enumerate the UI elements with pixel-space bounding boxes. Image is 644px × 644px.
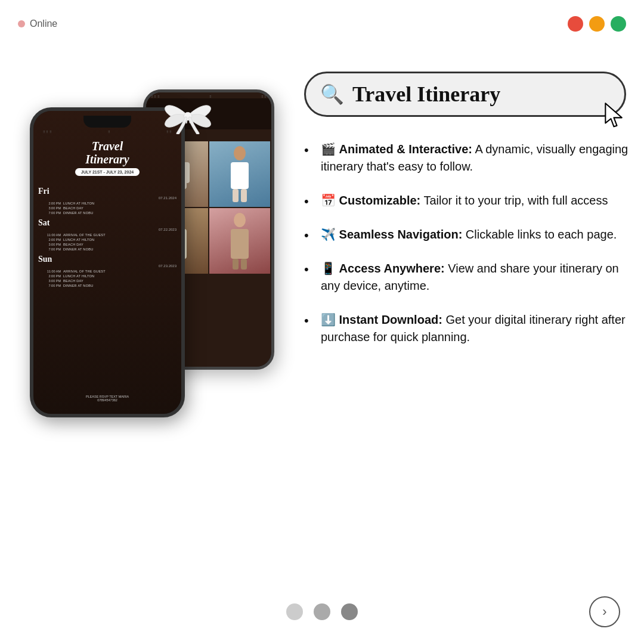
traffic-lights <box>568 16 626 32</box>
feature-5-emoji: ⬇️ <box>321 313 339 326</box>
event-sun-3: 3:00 PM BEACH DAY <box>38 279 177 283</box>
svg-marker-19 <box>605 103 622 126</box>
next-button[interactable]: › <box>589 596 620 627</box>
event-sat-1: 11:00 AM ARRIVAL OF THE GUEST <box>38 233 177 237</box>
feature-2-text: Tailor it to your trip, with full access <box>420 194 608 207</box>
svg-rect-16 <box>233 259 239 270</box>
svg-rect-7 <box>231 162 249 189</box>
event-sun-2: 2:00 PM LUNCH AT HILTON <box>38 274 177 278</box>
cursor-arrow <box>600 101 630 133</box>
outfit-img-2 <box>209 141 270 207</box>
event-sat-3: 3:00 PM BEACH DAY <box>38 243 177 246</box>
event-fri-2: 3:00 PM BEACH DAY <box>38 206 177 210</box>
day-fri: Fri 07.21.2024 2:00 PM LUNCH AT HILTON 3… <box>38 187 177 215</box>
event-sun-1: 11:00 AM ARRIVAL OF THE GUEST <box>38 270 177 273</box>
day-fri-label: Fri <box>38 187 177 196</box>
svg-point-6 <box>234 146 246 160</box>
online-label: Online <box>30 18 57 29</box>
phone-rsvp: PLEASE RSVP TEXT MARIA07894547362 <box>33 395 181 402</box>
svg-rect-15 <box>231 229 249 259</box>
online-indicator: Online <box>18 18 57 29</box>
feature-access: 📱 Access Anywhere: View and share your i… <box>304 260 632 295</box>
right-section: 🔍 Travel Itinerary 🎬 Animated & Interact… <box>304 72 632 363</box>
phone-main-dates: JULY 21ST - JULY 23, 2024 <box>75 168 140 176</box>
carousel-dots <box>286 603 358 620</box>
feature-1-emoji: 🎬 <box>321 143 339 156</box>
dot-2[interactable] <box>314 603 330 620</box>
day-sun: Sun 07.23.2023 11:00 AM ARRIVAL OF THE G… <box>38 255 177 287</box>
feature-3-emoji: ✈️ <box>321 228 339 241</box>
phone-main: ⠿ ⠿ ⠿⠿⠿ ⠿ TravelItinerary JULY 21ST - JU… <box>30 107 185 417</box>
feature-3-text: Clickable links to each page. <box>462 228 617 241</box>
feature-4-bold: Access Anywhere: <box>339 262 445 275</box>
yellow-light <box>589 16 605 32</box>
search-bar[interactable]: 🔍 Travel Itinerary <box>304 72 626 117</box>
day-sat-label: Sat <box>38 218 177 228</box>
feature-4-emoji: 📱 <box>321 262 339 275</box>
feature-2-bold: Customizable: <box>339 194 421 207</box>
phone-back-top: ⠿ ⠿ ⠿⠿⠿ ⠿ <box>146 92 271 98</box>
feature-download: ⬇️ Instant Download: Get your digital it… <box>304 311 632 346</box>
svg-rect-9 <box>241 189 247 202</box>
online-dot <box>18 20 25 27</box>
day-sun-label: Sun <box>38 255 177 264</box>
event-fri-3: 7:00 PM DINNER AT NOBU <box>38 211 177 215</box>
phone-mockup-area: ⠿ ⠿ ⠿⠿⠿ ⠿ Outfit Moodboard <box>12 72 310 584</box>
red-light <box>568 16 583 32</box>
top-bar: Online <box>0 0 644 48</box>
phone-notch <box>83 116 131 128</box>
event-sat-2: 2:00 PM LUNCH AT HILTON <box>38 238 177 242</box>
features-list: 🎬 Animated & Interactive: A dynamic, vis… <box>304 141 632 346</box>
phone-main-screen: ⠿ ⠿ ⠿⠿⠿ ⠿ TravelItinerary JULY 21ST - JU… <box>33 111 181 414</box>
search-icon: 🔍 <box>320 83 344 106</box>
next-icon: › <box>602 604 606 620</box>
event-fri-1: 2:00 PM LUNCH AT HILTON <box>38 202 177 205</box>
dot-3[interactable] <box>341 603 358 620</box>
day-fri-date: 07.21.2024 <box>38 196 177 200</box>
phone-main-top-icons: ⠿ ⠿ ⠿⠿⠿ ⠿ <box>38 128 177 134</box>
event-sun-4: 7:00 PM DINNER AT NOBU <box>38 284 177 287</box>
feature-3-bold: Seamless Navigation: <box>339 228 463 241</box>
feature-1-bold: Animated & Interactive: <box>339 143 472 156</box>
feature-5-bold: Instant Download: <box>339 313 442 326</box>
day-sat-date: 07.22.2023 <box>38 228 177 231</box>
bottom-nav: › <box>0 603 644 620</box>
feature-navigation: ✈️ Seamless Navigation: Clickable links … <box>304 226 632 243</box>
svg-rect-8 <box>233 189 239 202</box>
dot-1[interactable] <box>286 603 303 620</box>
green-light <box>611 16 626 32</box>
feature-2-emoji: 📅 <box>321 194 339 207</box>
feature-animated: 🎬 Animated & Interactive: A dynamic, vis… <box>304 141 632 175</box>
day-sat: Sat 07.22.2023 11:00 AM ARRIVAL OF THE G… <box>38 218 177 251</box>
svg-point-14 <box>234 213 246 227</box>
outfit-img-4 <box>209 208 270 274</box>
phone-main-title: TravelItinerary <box>38 140 177 166</box>
event-sat-4: 7:00 PM DINNER AT NOBU <box>38 247 177 251</box>
feature-customizable: 📅 Customizable: Tailor it to your trip, … <box>304 192 632 209</box>
day-sun-date: 07.23.2023 <box>38 264 177 268</box>
bow-decoration <box>164 98 212 134</box>
svg-rect-17 <box>241 259 247 270</box>
search-text: Travel Itinerary <box>352 82 500 107</box>
phone-main-header: TravelItinerary JULY 21ST - JULY 23, 202… <box>38 134 177 183</box>
